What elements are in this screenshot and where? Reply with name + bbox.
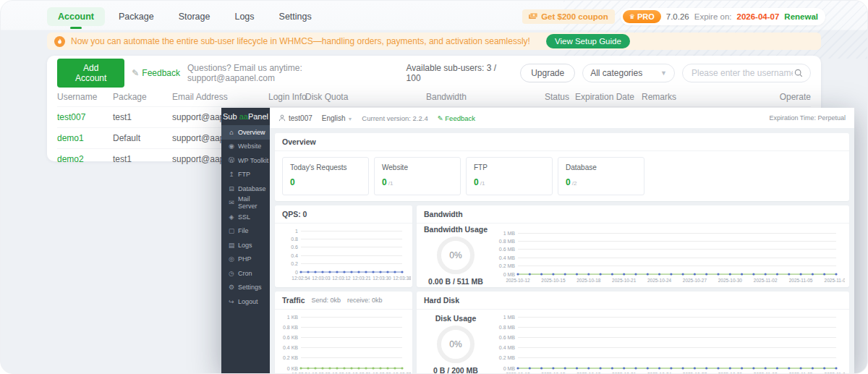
mail-icon: ✉ bbox=[228, 199, 235, 206]
sidebar-item-logs[interactable]: ▤Logs bbox=[221, 238, 270, 252]
pro-badge[interactable]: ♛PRO bbox=[623, 10, 661, 23]
sidebar-item-ftp[interactable]: ↥FTP bbox=[221, 168, 270, 182]
qps-chart: 10.80.60.40.2012:02:5412:03:0312:03:1212… bbox=[276, 225, 411, 281]
qps-card-title: QPS: 0 bbox=[275, 205, 412, 224]
stat-card-today-s-requests[interactable]: Today's Requests0 bbox=[282, 157, 369, 195]
stat-label: Website bbox=[382, 163, 453, 171]
sidebar-item-file[interactable]: ▢File bbox=[221, 224, 270, 239]
svg-text:2025-10-15: 2025-10-15 bbox=[541, 372, 566, 373]
search-input[interactable] bbox=[690, 67, 794, 79]
svg-text:0.2 MB: 0.2 MB bbox=[499, 263, 516, 268]
bandwidth-body: Bandwidth Usage 0% 0.00 B / 511 MB 1 MB0… bbox=[417, 224, 849, 287]
renewal-link[interactable]: Renewal bbox=[784, 12, 818, 21]
traffic-card-title: Traffic bbox=[282, 296, 305, 305]
sidebar-item-label: Logout bbox=[238, 298, 258, 305]
overview-card-title: Overview bbox=[275, 133, 849, 151]
svg-text:2025-10-30: 2025-10-30 bbox=[718, 372, 743, 373]
sidebar-item-label: Cron bbox=[238, 270, 252, 277]
edit-icon: ✎ bbox=[132, 68, 139, 78]
header-right: Get $200 coupon ♛PRO 7.0.26 Expire on: 2… bbox=[522, 8, 825, 25]
folder-icon: ▢ bbox=[228, 227, 235, 234]
svg-text:12:03:03: 12:03:03 bbox=[312, 276, 331, 281]
svg-text:0.2 MB: 0.2 MB bbox=[499, 355, 516, 360]
feedback-link[interactable]: ✎Feedback bbox=[132, 68, 180, 78]
stat-value: 0 bbox=[290, 177, 295, 187]
svg-text:0.2: 0.2 bbox=[291, 261, 298, 266]
sidebar-item-label: Website bbox=[238, 143, 261, 150]
svg-text:2025-10-15: 2025-10-15 bbox=[541, 278, 566, 283]
database-icon: ⊟ bbox=[228, 185, 235, 192]
cell-username[interactable]: test007 bbox=[57, 107, 113, 127]
coupon-button[interactable]: Get $200 coupon bbox=[522, 9, 615, 24]
banner-text: Now you can automate the entire sub-user… bbox=[71, 36, 530, 46]
tab-package[interactable]: Package bbox=[108, 7, 165, 26]
stat-card-website[interactable]: Website0/1 bbox=[374, 157, 461, 195]
column-header-bandwidth: Bandwidth bbox=[426, 88, 545, 106]
logs-icon: ▤ bbox=[228, 242, 235, 249]
traffic-chart: 1 KB0.8 KB0.6 KB0.4 KB0.2 KB0 KB12:02:54… bbox=[276, 311, 411, 373]
stat-card-database[interactable]: Database0/2 bbox=[558, 157, 644, 195]
svg-text:2025-11-02: 2025-11-02 bbox=[754, 372, 778, 373]
sub-panel-topbar: test007 English ▼ Current version: 2.2.4… bbox=[270, 108, 854, 128]
expire-label: Expire on: bbox=[694, 12, 732, 21]
svg-text:0.4 MB: 0.4 MB bbox=[499, 345, 516, 350]
cell-username[interactable]: demo2 bbox=[57, 149, 113, 169]
search-icon[interactable] bbox=[794, 69, 803, 77]
sidebar-item-logout[interactable]: ↪Logout bbox=[221, 294, 270, 309]
tab-account[interactable]: Account bbox=[47, 7, 105, 26]
sidebar-item-label: Logs bbox=[238, 242, 252, 249]
svg-text:0 MB: 0 MB bbox=[503, 272, 516, 277]
username-search[interactable] bbox=[682, 64, 811, 82]
sub-panel-version: Current version: 2.2.4 bbox=[362, 114, 427, 122]
sidebar-item-cron[interactable]: ◷Cron bbox=[221, 266, 270, 281]
svg-text:2025-11-08: 2025-11-08 bbox=[825, 372, 845, 373]
tab-settings[interactable]: Settings bbox=[268, 7, 323, 26]
edit-icon: ✎ bbox=[438, 114, 443, 122]
stat-card-ftp[interactable]: FTP0/1 bbox=[466, 157, 553, 195]
flame-icon bbox=[54, 36, 65, 47]
tab-storage[interactable]: Storage bbox=[168, 7, 221, 26]
sidebar-item-wp-toolkit[interactable]: ⓌWP Toolkit bbox=[221, 153, 270, 168]
available-subusers-text: Available sub-users: 3 / 100 bbox=[407, 63, 514, 83]
svg-text:0.6: 0.6 bbox=[291, 245, 298, 250]
disk-usage-text: 0 B / 200 MB bbox=[433, 366, 478, 373]
svg-text:12:02:54: 12:02:54 bbox=[292, 372, 310, 373]
language-select[interactable]: English ▼ bbox=[322, 114, 353, 122]
svg-text:1 MB: 1 MB bbox=[503, 231, 516, 236]
sub-feedback-link[interactable]: ✎ Feedback bbox=[438, 114, 475, 122]
add-account-button[interactable]: Add Account bbox=[57, 59, 124, 88]
svg-text:12:03:12: 12:03:12 bbox=[332, 372, 351, 373]
sub-panel-sidebar: Sub aaPanel ⌂Overview◉WebsiteⓌWP Toolkit… bbox=[221, 108, 270, 373]
sidebar-item-settings[interactable]: ⚙Settings bbox=[221, 281, 270, 295]
column-header-expiration-date: Expiration Date bbox=[575, 88, 642, 106]
sidebar-item-mail-server[interactable]: ✉Mail Server bbox=[221, 196, 270, 211]
language-value: English bbox=[322, 114, 346, 122]
disk-percent: 0% bbox=[449, 339, 461, 349]
column-header-login-info: Login Info bbox=[268, 88, 305, 106]
column-header-username: Username bbox=[57, 88, 113, 106]
svg-text:12:03:21: 12:03:21 bbox=[352, 372, 371, 373]
sidebar-item-php[interactable]: ◎PHP bbox=[221, 252, 270, 267]
cell-username[interactable]: demo1 bbox=[57, 128, 113, 148]
bottom-charts-row: Traffic Send: 0kb receive: 0kb 1 KB0.8 K… bbox=[275, 292, 849, 373]
sidebar-item-overview[interactable]: ⌂Overview bbox=[221, 125, 270, 140]
sidebar-item-website[interactable]: ◉Website bbox=[221, 140, 270, 154]
current-user[interactable]: test007 bbox=[278, 114, 312, 122]
sidebar-item-ssl[interactable]: ◈SSL bbox=[221, 210, 270, 224]
gear-icon: ⚙ bbox=[228, 284, 235, 291]
harddisk-body: Disk Usage 0% 0 B / 200 MB 1 MB0.8 MB0.6… bbox=[417, 310, 849, 373]
svg-text:2025-10-24: 2025-10-24 bbox=[647, 372, 672, 373]
upgrade-button[interactable]: Upgrade bbox=[520, 64, 575, 82]
tab-logs[interactable]: Logs bbox=[224, 7, 265, 26]
column-header-disk-quota: Disk Quota bbox=[305, 88, 426, 106]
svg-text:1 KB: 1 KB bbox=[287, 315, 299, 320]
sidebar-item-database[interactable]: ⊟Database bbox=[221, 182, 270, 196]
category-select[interactable]: All categories ▼ bbox=[582, 64, 675, 82]
sidebar-item-label: Settings bbox=[238, 284, 262, 291]
svg-text:12:03:38: 12:03:38 bbox=[393, 276, 411, 281]
expiration-time-text: Expiration Time: Perpetual bbox=[769, 114, 846, 122]
svg-text:2025-11-05: 2025-11-05 bbox=[789, 372, 813, 373]
user-icon bbox=[278, 114, 286, 122]
sidebar-item-label: WP Toolkit bbox=[238, 157, 268, 164]
view-setup-guide-button[interactable]: View Setup Guide bbox=[546, 34, 630, 48]
